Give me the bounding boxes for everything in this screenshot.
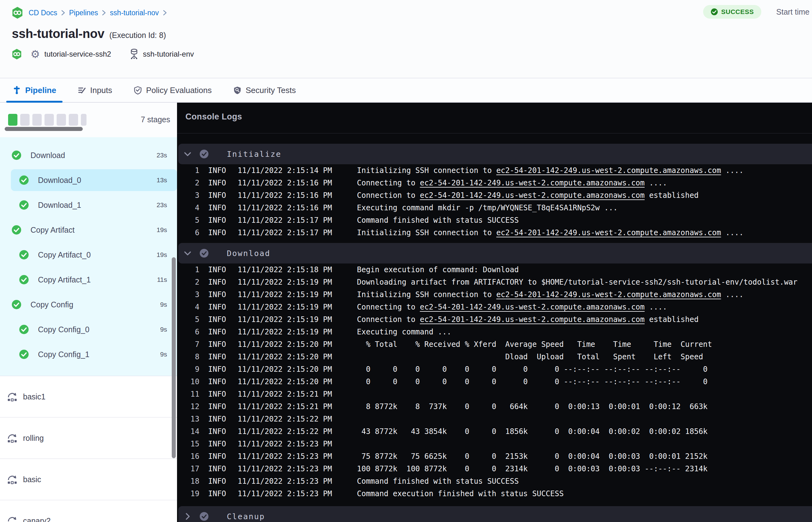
log-host-link[interactable]: ec2-54-201-142-249.us-west-2.compute.ama… bbox=[420, 303, 645, 312]
stage-row-copy-artifact[interactable]: Copy Artifact19s bbox=[0, 218, 177, 242]
log-section-initialize: Initialize1INFO11/11/2022 2:15:14 PMInit… bbox=[177, 144, 812, 239]
log-line-number: 1 bbox=[177, 166, 199, 175]
log-message: Downloading artifact from ARTIFACTORY to… bbox=[357, 278, 797, 286]
log-level: INFO bbox=[208, 179, 226, 187]
log-message: 0 0 0 0 0 0 0 0 --:--:-- --:--:-- --:--:… bbox=[357, 365, 708, 374]
stage-row-copy-config-0[interactable]: Copy Config_09s bbox=[0, 317, 177, 342]
log-line-number: 10 bbox=[177, 377, 199, 386]
log-line-number: 4 bbox=[177, 303, 199, 312]
log-host-link[interactable]: ec2-54-201-142-249.us-west-2.compute.ama… bbox=[496, 228, 721, 237]
stage-progress-square[interactable] bbox=[69, 114, 78, 126]
tab-policy-evaluations[interactable]: Policy Evaluations bbox=[134, 78, 212, 102]
success-check-icon bbox=[19, 200, 29, 210]
log-line-number: 5 bbox=[177, 315, 199, 324]
stage-row-copy-config-1[interactable]: Copy Config_19s bbox=[0, 342, 177, 367]
stage-duration: 23s bbox=[157, 201, 167, 209]
stage-row-download-0[interactable]: Download_013s bbox=[0, 168, 177, 193]
log-timestamp: 11/11/2022 2:15:23 PM bbox=[238, 489, 332, 498]
service-name[interactable]: tutorial-service-ssh2 bbox=[44, 50, 111, 59]
stage-name: Copy Artifact bbox=[31, 225, 157, 235]
log-message: Executing command ... bbox=[357, 327, 451, 336]
console-logs[interactable]: Initialize1INFO11/11/2022 2:15:14 PMInit… bbox=[177, 134, 812, 522]
log-level: INFO bbox=[208, 265, 226, 274]
strategy-item-rolling[interactable]: rolling bbox=[0, 418, 177, 459]
log-line: 6INFO11/11/2022 2:15:17 PMInitializing S… bbox=[177, 226, 812, 239]
strategy-item-basic1[interactable]: basic1 bbox=[0, 376, 177, 418]
breadcrumb-item-pipelines[interactable]: Pipelines bbox=[69, 9, 98, 17]
stage-name: Copy Artifact_1 bbox=[38, 275, 157, 284]
log-timestamp: 11/11/2022 2:15:19 PM bbox=[238, 303, 332, 312]
section-name: Initialize bbox=[227, 149, 282, 159]
log-line-number: 9 bbox=[177, 365, 199, 374]
log-host-link[interactable]: ec2-54-201-142-249.us-west-2.compute.ama… bbox=[420, 315, 645, 324]
horizontal-scrollbar[interactable] bbox=[5, 127, 83, 131]
stage-progress-square[interactable] bbox=[44, 114, 54, 126]
stage-duration: 11s bbox=[157, 276, 167, 283]
log-host-link[interactable]: ec2-54-201-142-249.us-west-2.compute.ama… bbox=[496, 166, 721, 175]
log-line-number: 2 bbox=[177, 278, 199, 286]
log-host-link[interactable]: ec2-54-201-142-249.us-west-2.compute.ama… bbox=[420, 191, 645, 200]
pipeline-icon bbox=[13, 86, 21, 95]
log-line-number: 2 bbox=[177, 179, 199, 187]
log-timestamp: 11/11/2022 2:15:17 PM bbox=[238, 216, 332, 225]
log-section-header-download[interactable]: Download bbox=[178, 243, 812, 263]
stage-row-copy-config[interactable]: Copy Config9s bbox=[0, 292, 177, 317]
page-title: ssh-tutorial-nov bbox=[12, 27, 104, 41]
chevron-right-icon bbox=[61, 9, 65, 16]
breadcrumb-item-cd-docs[interactable]: CD Docs bbox=[28, 9, 57, 17]
stage-name: Copy Config_0 bbox=[38, 325, 160, 334]
security-tests-icon bbox=[233, 86, 242, 95]
log-host-link[interactable]: ec2-54-201-142-249.us-west-2.compute.ama… bbox=[420, 179, 645, 187]
tab-label: Inputs bbox=[90, 85, 112, 95]
vertical-scrollbar[interactable] bbox=[172, 257, 176, 458]
chevron-down-icon[interactable] bbox=[183, 151, 192, 157]
log-message: Connecting to ec2-54-201-142-249.us-west… bbox=[357, 179, 667, 187]
log-timestamp: 11/11/2022 2:15:19 PM bbox=[238, 327, 332, 336]
stage-progress-square[interactable] bbox=[32, 114, 42, 126]
stage-row-download-1[interactable]: Download_123s bbox=[0, 193, 177, 218]
log-line: 18INFO11/11/2022 2:15:23 PMCommand finis… bbox=[177, 475, 812, 487]
log-line-number: 19 bbox=[177, 489, 199, 498]
stage-row-download[interactable]: Download23s bbox=[0, 143, 177, 168]
environment-name[interactable]: ssh-tutorial-env bbox=[143, 50, 194, 59]
stage-row-copy-artifact-1[interactable]: Copy Artifact_111s bbox=[0, 267, 177, 292]
chevron-right-icon[interactable] bbox=[183, 513, 192, 520]
tab-security-tests[interactable]: Security Tests bbox=[233, 78, 296, 102]
harness-logo-icon bbox=[12, 6, 23, 19]
log-timestamp: 11/11/2022 2:15:16 PM bbox=[238, 203, 332, 212]
success-check-icon bbox=[12, 225, 21, 235]
log-line-number: 6 bbox=[177, 228, 199, 237]
tab-pipeline[interactable]: Pipeline bbox=[13, 78, 56, 102]
tab-label: Policy Evaluations bbox=[146, 85, 212, 95]
log-section-header-initialize[interactable]: Initialize bbox=[178, 144, 812, 164]
log-level: INFO bbox=[208, 303, 226, 312]
chevron-down-icon[interactable] bbox=[183, 250, 192, 256]
tab-inputs[interactable]: Inputs bbox=[78, 78, 112, 102]
stage-progress-square[interactable] bbox=[81, 114, 86, 126]
log-line-number: 3 bbox=[177, 191, 199, 200]
log-host-link[interactable]: ec2-54-201-142-249.us-west-2.compute.ama… bbox=[496, 290, 721, 299]
strategy-name: canary2 bbox=[23, 516, 51, 522]
strategy-item-canary2[interactable]: canary2 bbox=[0, 500, 177, 522]
stage-row-copy-artifact-0[interactable]: Copy Artifact_019s bbox=[0, 242, 177, 267]
log-section-header-cleanup[interactable]: Cleanup bbox=[178, 506, 812, 522]
stage-duration: 19s bbox=[157, 226, 167, 234]
log-timestamp: 11/11/2022 2:15:14 PM bbox=[238, 166, 332, 175]
stage-count-label: 7 stages bbox=[141, 115, 170, 124]
stage-name: Download_0 bbox=[38, 176, 157, 185]
strategy-item-basic[interactable]: basic bbox=[0, 459, 177, 500]
stage-duration: 9s bbox=[160, 326, 167, 333]
stage-progress-square[interactable] bbox=[20, 114, 29, 126]
log-line: 5INFO11/11/2022 2:15:17 PMCommand finish… bbox=[177, 214, 812, 226]
log-line-number: 3 bbox=[177, 290, 199, 299]
log-message: % Total % Received % Xferd Average Speed… bbox=[357, 340, 712, 349]
log-line: 13INFO11/11/2022 2:15:22 PM bbox=[177, 413, 812, 425]
log-line-number: 13 bbox=[177, 415, 199, 423]
stages-progress-header: 7 stages bbox=[0, 103, 177, 137]
log-timestamp: 11/11/2022 2:15:19 PM bbox=[238, 290, 332, 299]
stage-progress-square[interactable] bbox=[57, 114, 66, 126]
stage-progress-square-complete[interactable] bbox=[8, 114, 17, 126]
log-level: INFO bbox=[208, 228, 226, 237]
breadcrumb-item-ssh-tutorial-nov[interactable]: ssh-tutorial-nov bbox=[110, 9, 159, 17]
breadcrumb: CD DocsPipelinesssh-tutorial-nov bbox=[12, 6, 809, 19]
